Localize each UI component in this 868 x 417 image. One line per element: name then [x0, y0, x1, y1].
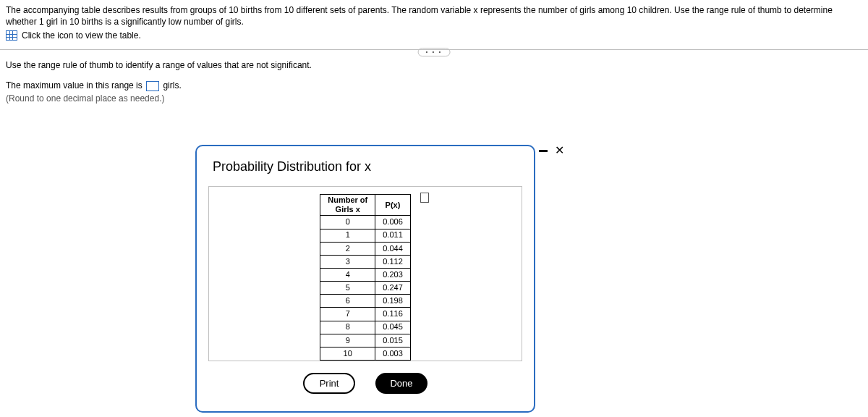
table-row: 90.015: [320, 334, 411, 347]
modal-title: Probability Distribution for x: [213, 159, 522, 174]
answer-line: The maximum value in this range is girls…: [6, 79, 862, 92]
table-row: 80.045: [320, 321, 411, 334]
table-row: 30.112: [320, 255, 411, 268]
table-panel: Number ofGirls x P(x) 00.006 10.011 20.0…: [208, 186, 522, 361]
modal-button-row: Print Done: [208, 373, 522, 394]
table-row: 60.198: [320, 295, 411, 308]
minimize-icon[interactable]: [539, 150, 548, 152]
copy-icon[interactable]: [420, 193, 429, 203]
table-header-p: P(x): [375, 195, 411, 216]
answer-prefix: The maximum value in this range is: [6, 80, 142, 90]
overflow-dots[interactable]: • • •: [418, 48, 451, 56]
view-table-row: Click the icon to view the table.: [0, 28, 868, 45]
instruction-text: Use the range rule of thumb to identify …: [6, 59, 862, 72]
table-header-x: Number ofGirls x: [320, 195, 375, 216]
table-row: 70.116: [320, 308, 411, 321]
answer-suffix: girls.: [163, 80, 181, 90]
table-icon[interactable]: [6, 30, 17, 41]
table-row: 50.247: [320, 282, 411, 295]
table-row: 00.006: [320, 216, 411, 229]
table-row: 20.044: [320, 242, 411, 255]
table-row: 10.011: [320, 229, 411, 242]
print-button[interactable]: Print: [303, 373, 355, 394]
problem-description: The accompanying table describes results…: [0, 0, 868, 28]
distribution-table: Number ofGirls x P(x) 00.006 10.011 20.0…: [320, 194, 411, 361]
table-row: 100.003: [320, 347, 411, 360]
probability-modal: ✕ Probability Distribution for x Number …: [195, 145, 535, 413]
close-icon[interactable]: ✕: [555, 145, 564, 156]
done-button[interactable]: Done: [375, 373, 427, 394]
answer-input[interactable]: [146, 81, 159, 91]
view-table-label: Click the icon to view the table.: [22, 30, 141, 41]
rounding-hint: (Round to one decimal place as needed.): [6, 92, 862, 105]
table-row: 40.203: [320, 268, 411, 281]
